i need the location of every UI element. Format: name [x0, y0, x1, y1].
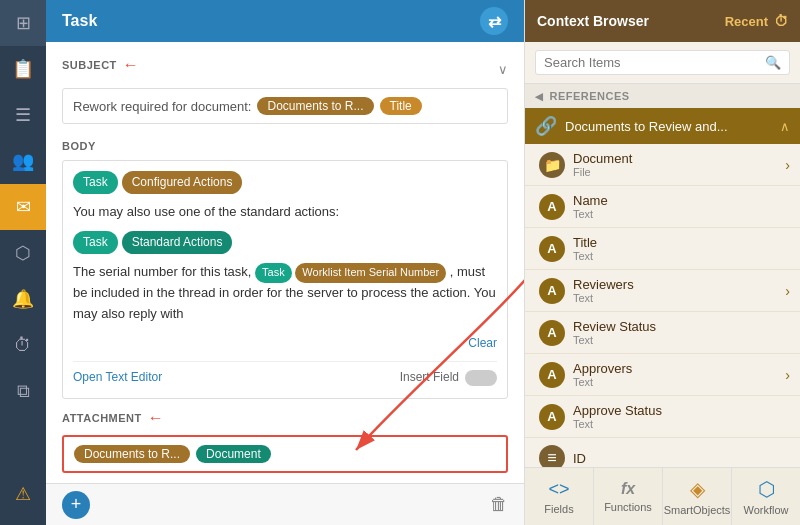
cb-title: Context Browser [537, 13, 649, 29]
cb-approve-status-icon: A [539, 404, 565, 430]
cb-item-approvers[interactable]: A Approvers Text › [525, 354, 800, 396]
cb-item-id-label: ID [573, 451, 790, 466]
workflow-icon: ⬡ [758, 477, 775, 501]
sidebar-icon-grid[interactable]: ⊞ [0, 0, 46, 46]
task-tag-3[interactable]: Task [255, 263, 292, 283]
cb-item-review-status[interactable]: A Review Status Text [525, 312, 800, 354]
subject-label: SUBJECT ← [62, 56, 139, 74]
cb-item-id[interactable]: ≡ ID [525, 438, 800, 467]
attachment-arrow-icon: ← [148, 409, 165, 427]
cb-references-header: ◀ REFERENCES [525, 84, 800, 108]
sidebar-icon-list[interactable]: ☰ [0, 92, 46, 138]
clock-icon: ⏱ [14, 335, 32, 356]
sidebar-icon-warning[interactable]: ⚠ [0, 471, 46, 517]
list-icon: ☰ [15, 104, 31, 126]
smartobjects-icon: ◈ [690, 477, 705, 501]
open-text-editor-link[interactable]: Open Text Editor [73, 368, 162, 387]
task-tag-1[interactable]: Task [73, 171, 118, 194]
cb-item-reviewers-arrow: › [785, 283, 790, 299]
cb-footer-smartobjects[interactable]: ◈ SmartObjects [663, 468, 732, 525]
body-footer: Open Text Editor Insert Field [73, 361, 497, 387]
clear-row: Clear [73, 333, 497, 354]
cb-group-expand-icon[interactable]: ∧ [780, 119, 790, 134]
sidebar-icon-copy[interactable]: ⧉ [0, 368, 46, 414]
cb-name-icon: A [539, 194, 565, 220]
fields-icon: <> [548, 479, 569, 500]
cb-group-title: Documents to Review and... [565, 119, 728, 134]
delete-button[interactable]: 🗑 [490, 494, 508, 515]
cb-footer-functions-label: Functions [604, 501, 652, 513]
sidebar-icon-email[interactable]: ✉ [0, 184, 46, 230]
insert-field-toggle[interactable] [465, 370, 497, 386]
clear-button[interactable]: Clear [468, 336, 497, 350]
attachment-document-tag[interactable]: Document [196, 445, 271, 463]
cb-footer-fields[interactable]: <> Fields [525, 468, 594, 525]
sidebar-icon-users[interactable]: 👥 [0, 138, 46, 184]
cb-item-approvers-label: Approvers [573, 361, 785, 376]
standard-actions-row: Task Standard Actions [73, 231, 497, 254]
cb-recent-label[interactable]: Recent [725, 14, 768, 29]
cb-item-document[interactable]: 📁 Document File › [525, 144, 800, 186]
cb-item-reviewers-type: Text [573, 292, 785, 304]
sidebar-icon-bell[interactable]: 🔔 [0, 276, 46, 322]
app-title: Task [62, 12, 97, 30]
cb-clock-icon[interactable]: ⏱ [774, 13, 788, 29]
subject-collapse-icon[interactable]: ∨ [498, 62, 508, 77]
references-label: REFERENCES [550, 90, 630, 102]
subject-title-tag[interactable]: Title [380, 97, 422, 115]
form-area: SUBJECT ← ∨ Rework required for document… [46, 42, 524, 483]
cb-footer-workflow[interactable]: ⬡ Workflow [732, 468, 800, 525]
email-icon: ✉ [16, 196, 31, 218]
cb-group-header[interactable]: 🔗 Documents to Review and... ∧ [525, 108, 800, 144]
sidebar-icon-clock[interactable]: ⏱ [0, 322, 46, 368]
cb-footer: <> Fields fx Functions ◈ SmartObjects ⬡ … [525, 467, 800, 525]
cb-header: Context Browser Recent ⏱ [525, 0, 800, 42]
triangle-icon: ◀ [535, 91, 544, 102]
sync-icon[interactable]: ⇄ [480, 7, 508, 35]
add-button[interactable]: + [62, 491, 90, 519]
task-tag-2[interactable]: Task [73, 231, 118, 254]
sidebar-icon-document[interactable]: 📋 [0, 46, 46, 92]
attachment-doc-ref-tag[interactable]: Documents to R... [74, 445, 190, 463]
cb-doc-icon: 📁 [539, 152, 565, 178]
subject-box[interactable]: Rework required for document: Documents … [62, 88, 508, 124]
serial-number-tag[interactable]: Worklist Item Serial Number [295, 263, 446, 283]
subject-doc-tag[interactable]: Documents to R... [257, 97, 373, 115]
body-line2: The serial number for this task, Task Wo… [73, 262, 497, 324]
cb-item-approve-status[interactable]: A Approve Status Text [525, 396, 800, 438]
users-icon: 👥 [12, 150, 34, 172]
cb-search-input[interactable] [544, 55, 759, 70]
cb-item-document-arrow: › [785, 157, 790, 173]
cb-item-name-label: Name [573, 193, 790, 208]
cb-reviewers-icon: A [539, 278, 565, 304]
context-browser: Context Browser Recent ⏱ 🔍 ◀ REFERENCES … [524, 0, 800, 525]
attachment-box[interactable]: Documents to R... Document [62, 435, 508, 473]
cb-footer-workflow-label: Workflow [743, 504, 788, 516]
document-icon: 📋 [12, 58, 34, 80]
search-icon[interactable]: 🔍 [765, 55, 781, 70]
cb-item-title-type: Text [573, 250, 790, 262]
cb-search-box: 🔍 [535, 50, 790, 75]
cb-item-approve-status-text: Approve Status Text [573, 403, 790, 430]
left-sidebar: ⊞ 📋 ☰ 👥 ✉ ⬡ 🔔 ⏱ ⧉ ⚠ [0, 0, 46, 525]
subject-arrow-icon: ← [123, 56, 140, 74]
configured-actions-tag[interactable]: Configured Actions [122, 171, 243, 194]
standard-actions-tag[interactable]: Standard Actions [122, 231, 233, 254]
top-bar: Task ⇄ [46, 0, 524, 42]
cb-id-icon: ≡ [539, 445, 565, 467]
cb-item-reviewers-text: Reviewers Text [573, 277, 785, 304]
cb-header-right: Recent ⏱ [725, 13, 788, 29]
cb-footer-functions[interactable]: fx Functions [594, 468, 663, 525]
cb-item-document-text: Document File [573, 151, 785, 178]
subject-placeholder-text: Rework required for document: [73, 99, 251, 114]
insert-field-label: Insert Field [400, 368, 459, 387]
grid-icon: ⊞ [16, 12, 31, 34]
cb-item-name[interactable]: A Name Text [525, 186, 800, 228]
cb-item-title[interactable]: A Title Text [525, 228, 800, 270]
cb-item-title-label: Title [573, 235, 790, 250]
body-content[interactable]: Task Configured Actions You may also use… [62, 160, 508, 399]
sidebar-icon-layers[interactable]: ⬡ [0, 230, 46, 276]
cb-item-reviewers[interactable]: A Reviewers Text › [525, 270, 800, 312]
cb-review-status-icon: A [539, 320, 565, 346]
cb-item-reviewers-label: Reviewers [573, 277, 785, 292]
